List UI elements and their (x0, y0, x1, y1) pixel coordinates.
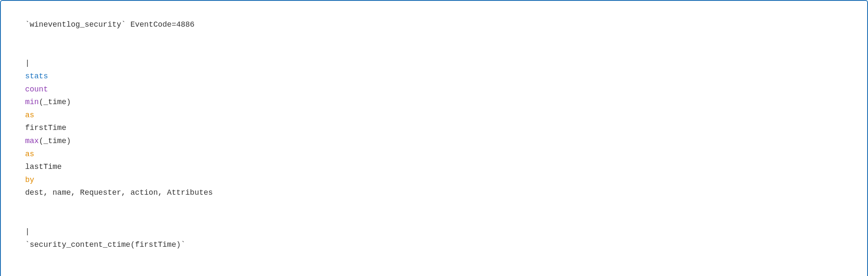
count-function: count (25, 85, 48, 94)
pipe-char: | (25, 59, 30, 67)
query-macro-2: `security_content_ctime(firstTime)` (25, 240, 185, 249)
search-query-editor[interactable]: `wineventlog_security` EventCode=4886 | … (0, 0, 868, 276)
first-alias: firstTime (25, 124, 66, 132)
query-macro-1: `wineventlog_security` EventCode=4886 (25, 20, 195, 29)
by-keyword: by (25, 176, 34, 184)
min-arg: (_time) (39, 98, 71, 106)
last-alias: lastTime (25, 163, 61, 171)
as-keyword-1: as (25, 111, 34, 119)
stats-command: stats (25, 72, 48, 80)
max-arg: (_time) (39, 137, 71, 145)
min-function: min (25, 98, 39, 106)
by-fields: dest, name, Requester, action, Attribute… (25, 188, 213, 197)
as-keyword-2: as (25, 150, 34, 158)
max-function: max (25, 137, 39, 145)
pipe-char-2: | (25, 227, 30, 236)
